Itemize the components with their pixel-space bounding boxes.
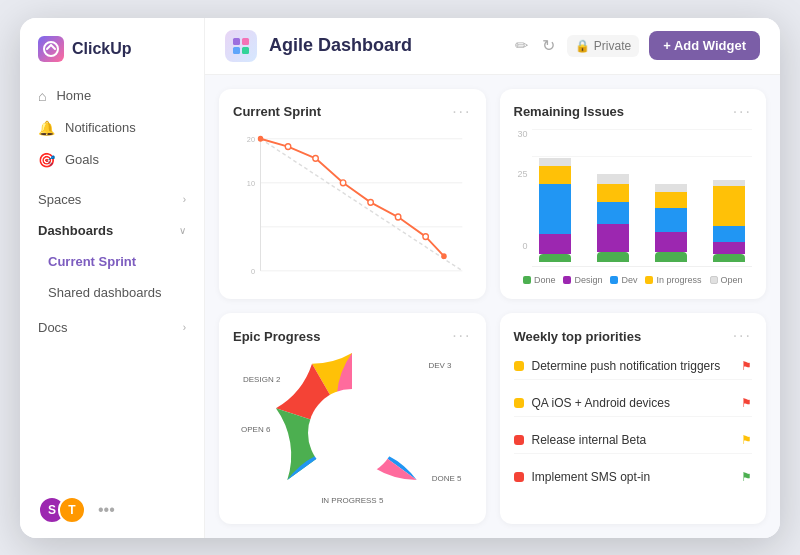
sidebar-item-notifications[interactable]: 🔔 Notifications bbox=[20, 112, 204, 144]
sidebar-item-label: Docs bbox=[38, 320, 68, 335]
main-content: Agile Dashboard ✏ ↻ 🔒 Private + Add Widg… bbox=[205, 18, 780, 538]
priority-text: Release internal Beta bbox=[532, 433, 734, 447]
sidebar-item-label: Home bbox=[56, 88, 91, 103]
bar-chart: 30 25 0 bbox=[514, 129, 753, 286]
svg-rect-1 bbox=[233, 38, 240, 45]
svg-rect-4 bbox=[242, 47, 249, 54]
priority-item: Release internal Beta ⚑ bbox=[514, 427, 753, 454]
card-header: Epic Progress ··· bbox=[233, 327, 472, 345]
priority-text: Implement SMS opt-in bbox=[532, 470, 734, 484]
sidebar-item-dashboards[interactable]: Dashboards ∨ bbox=[20, 215, 204, 246]
sidebar-item-label: Shared dashboards bbox=[48, 285, 161, 300]
card-header: Remaining Issues ··· bbox=[514, 103, 753, 121]
svg-point-16 bbox=[313, 155, 319, 161]
sidebar: ClickUp ⌂ Home 🔔 Notifications 🎯 Goals S… bbox=[20, 18, 205, 538]
sidebar-item-label: Notifications bbox=[65, 120, 136, 135]
more-users: ••• bbox=[98, 501, 115, 519]
sidebar-nav: ⌂ Home 🔔 Notifications 🎯 Goals Spaces › … bbox=[20, 76, 204, 482]
burndown-chart: 20 10 0 bbox=[233, 129, 472, 286]
svg-text:10: 10 bbox=[247, 178, 255, 187]
topbar-actions: ✏ ↻ 🔒 Private + Add Widget bbox=[513, 31, 760, 60]
legend-done: Done bbox=[523, 275, 556, 285]
app-window: ClickUp ⌂ Home 🔔 Notifications 🎯 Goals S… bbox=[20, 18, 780, 538]
chart-legend: Done Design Dev In progress bbox=[514, 275, 753, 285]
avatar-group: S T bbox=[38, 496, 86, 524]
sidebar-item-goals[interactable]: 🎯 Goals bbox=[20, 144, 204, 176]
card-menu-button[interactable]: ··· bbox=[733, 327, 752, 345]
edit-button[interactable]: ✏ bbox=[513, 34, 530, 57]
card-title: Epic Progress bbox=[233, 329, 320, 344]
card-title: Current Sprint bbox=[233, 104, 321, 119]
flag-icon: ⚑ bbox=[741, 433, 752, 447]
topbar: Agile Dashboard ✏ ↻ 🔒 Private + Add Widg… bbox=[205, 18, 780, 75]
sidebar-item-label: Spaces bbox=[38, 192, 81, 207]
priority-dot bbox=[514, 398, 524, 408]
sidebar-footer: S T ••• bbox=[20, 482, 204, 538]
current-sprint-card: Current Sprint ··· 20 10 bbox=[219, 89, 486, 300]
weekly-priorities-card: Weekly top priorities ··· Determine push… bbox=[500, 313, 767, 524]
refresh-button[interactable]: ↻ bbox=[540, 34, 557, 57]
legend-open: Open bbox=[710, 275, 743, 285]
priority-item: Implement SMS opt-in ⚑ bbox=[514, 464, 753, 490]
priority-text: QA iOS + Android devices bbox=[532, 396, 734, 410]
priority-item: QA iOS + Android devices ⚑ bbox=[514, 390, 753, 417]
card-header: Current Sprint ··· bbox=[233, 103, 472, 121]
sidebar-item-spaces[interactable]: Spaces › bbox=[20, 184, 204, 215]
sidebar-item-current-sprint[interactable]: Current Sprint bbox=[20, 246, 204, 277]
epic-progress-card: Epic Progress ··· bbox=[219, 313, 486, 524]
svg-point-21 bbox=[441, 253, 447, 259]
svg-point-22 bbox=[308, 389, 396, 477]
sidebar-item-shared-dashboards[interactable]: Shared dashboards bbox=[20, 277, 204, 308]
svg-rect-3 bbox=[233, 47, 240, 54]
svg-text:20: 20 bbox=[247, 134, 255, 143]
priority-item: Determine push notification triggers ⚑ bbox=[514, 353, 753, 380]
page-title: Agile Dashboard bbox=[269, 35, 412, 56]
svg-point-18 bbox=[368, 199, 374, 205]
flag-icon: ⚑ bbox=[741, 396, 752, 410]
sidebar-item-home[interactable]: ⌂ Home bbox=[20, 80, 204, 112]
priority-text: Determine push notification triggers bbox=[532, 359, 734, 373]
priority-dot bbox=[514, 472, 524, 482]
chevron-right-icon: › bbox=[183, 194, 186, 205]
chevron-right-icon: › bbox=[183, 322, 186, 333]
bars-wrapper: 30 25 0 bbox=[514, 129, 753, 268]
card-menu-button[interactable]: ··· bbox=[452, 327, 471, 345]
svg-text:0: 0 bbox=[251, 266, 255, 275]
priority-dot bbox=[514, 361, 524, 371]
remaining-issues-card: Remaining Issues ··· 30 25 0 bbox=[500, 89, 767, 300]
avatar-t: T bbox=[58, 496, 86, 524]
add-widget-button[interactable]: + Add Widget bbox=[649, 31, 760, 60]
svg-point-14 bbox=[258, 135, 264, 141]
svg-point-17 bbox=[340, 179, 346, 185]
goals-icon: 🎯 bbox=[38, 152, 55, 168]
private-badge[interactable]: 🔒 Private bbox=[567, 35, 639, 57]
priorities-list: Determine push notification triggers ⚑ Q… bbox=[514, 353, 753, 510]
card-header: Weekly top priorities ··· bbox=[514, 327, 753, 345]
priority-dot bbox=[514, 435, 524, 445]
legend-dev: Dev bbox=[610, 275, 637, 285]
dashboard-grid: Current Sprint ··· 20 10 bbox=[205, 75, 780, 538]
svg-point-19 bbox=[395, 214, 401, 220]
legend-design: Design bbox=[563, 275, 602, 285]
chevron-down-icon: ∨ bbox=[179, 225, 186, 236]
card-title: Remaining Issues bbox=[514, 104, 625, 119]
logo[interactable]: ClickUp bbox=[20, 18, 204, 76]
card-menu-button[interactable]: ··· bbox=[733, 103, 752, 121]
private-label: Private bbox=[594, 39, 631, 53]
home-icon: ⌂ bbox=[38, 88, 46, 104]
svg-point-15 bbox=[285, 143, 291, 149]
sidebar-item-docs[interactable]: Docs › bbox=[20, 312, 204, 343]
card-menu-button[interactable]: ··· bbox=[452, 103, 471, 121]
card-title: Weekly top priorities bbox=[514, 329, 642, 344]
sidebar-item-label: Goals bbox=[65, 152, 99, 167]
svg-line-13 bbox=[261, 138, 463, 270]
flag-icon: ⚑ bbox=[741, 470, 752, 484]
svg-rect-2 bbox=[242, 38, 249, 45]
dashboard-icon bbox=[225, 30, 257, 62]
lock-icon: 🔒 bbox=[575, 39, 590, 53]
logo-text: ClickUp bbox=[72, 40, 132, 58]
flag-icon: ⚑ bbox=[741, 359, 752, 373]
pie-chart-area: DEV 3 DESIGN 2 DONE 5 IN PROGRESS 5 OPEN… bbox=[233, 353, 472, 513]
svg-point-20 bbox=[423, 233, 429, 239]
legend-inprogress: In progress bbox=[645, 275, 701, 285]
